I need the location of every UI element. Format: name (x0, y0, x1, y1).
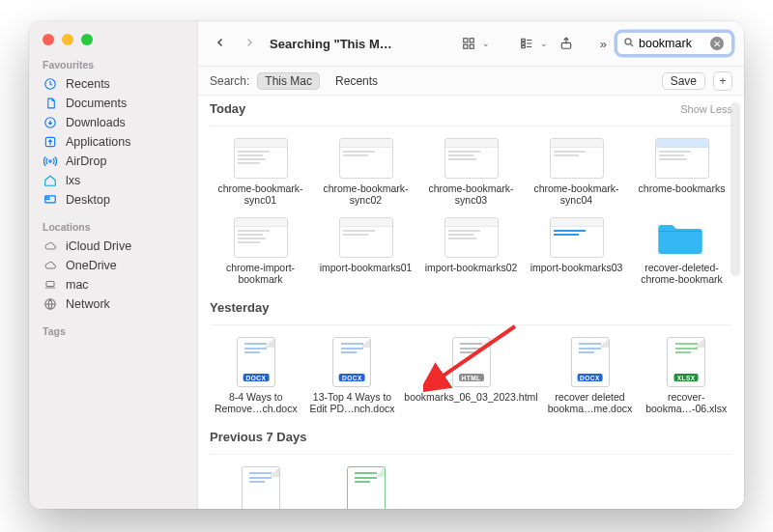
share-button[interactable] (556, 36, 577, 51)
group-by-button[interactable]: ⌄ (515, 37, 548, 50)
sidebar-item-mac[interactable]: mac (29, 275, 197, 294)
sidebar-item-applications[interactable]: Applications (29, 132, 197, 152)
group-icon (515, 37, 538, 50)
grid-yesterday: DOCX8-4 Ways to Remove…ch.docx DOCX13-To… (210, 333, 732, 418)
svg-rect-9 (470, 39, 473, 42)
sidebar-item-airdrop[interactable]: AirDrop (29, 152, 197, 171)
close-button[interactable] (43, 34, 54, 45)
results-area: Today Show Less chrome-bookmark-sync01 c… (198, 96, 744, 509)
svg-rect-12 (522, 39, 526, 41)
home-icon (43, 174, 58, 187)
file-item[interactable]: DOCX8-4 Ways to Remove…ch.docx (210, 333, 302, 418)
window-title: Searching "This M… (270, 37, 392, 51)
doc-icon (43, 97, 58, 110)
file-item[interactable]: DOCXrecover deleted bookma…me.docx (544, 333, 637, 418)
sidebar-item-recents[interactable]: Recents (29, 74, 197, 94)
svg-rect-13 (522, 42, 526, 44)
sidebar-item-label: AirDrop (66, 154, 106, 168)
file-item[interactable]: DOCX13-Top 4 Ways to Edit PD…nch.docx (306, 333, 399, 418)
sidebar-item-label: Downloads (66, 116, 126, 129)
file-item[interactable]: import-bookmarks03 (526, 213, 627, 289)
search-field[interactable]: ✕ (616, 32, 732, 55)
sidebar-item-label: Network (66, 297, 110, 311)
section-today: Today Show Less (210, 101, 732, 126)
sidebar-item-label: mac (66, 278, 89, 292)
file-item[interactable]: chrome-bookmark-sync04 (526, 134, 627, 210)
show-less-button[interactable]: Show Less (680, 103, 732, 115)
svg-rect-11 (470, 44, 473, 48)
file-item[interactable]: import-bookmarks02 (420, 213, 522, 289)
file-item[interactable]: recover-deleted-chrome-bookmark (631, 213, 732, 289)
sidebar-item-label: lxs (66, 174, 80, 187)
scope-bar: Search: This Mac Recents Save + (198, 67, 744, 96)
section-title: Yesterday (210, 300, 269, 315)
airdrop-icon (43, 154, 58, 168)
sidebar-item-label: Applications (66, 135, 130, 149)
section-previous-7-days: Previous 7 Days (210, 430, 732, 455)
cloud-icon (43, 240, 58, 252)
sidebar-item-label: Recents (66, 77, 110, 91)
minimize-button[interactable] (62, 34, 73, 45)
forward-button[interactable] (239, 36, 260, 52)
grid-icon (457, 37, 480, 50)
sidebar-item-network[interactable]: Network (29, 294, 197, 314)
section-title: Previous 7 Days (210, 430, 306, 444)
sidebar-item-icloud[interactable]: iCloud Drive (29, 237, 197, 256)
svg-rect-5 (46, 197, 49, 199)
chevron-down-icon: ⌄ (482, 39, 490, 48)
sidebar-item-onedrive[interactable]: OneDrive (29, 256, 197, 275)
svg-point-3 (49, 160, 51, 162)
save-search-button[interactable]: Save (662, 72, 705, 90)
scrollbar[interactable] (730, 102, 740, 276)
file-item[interactable]: chrome-import-bookmark (210, 213, 311, 289)
file-item[interactable] (315, 462, 416, 509)
search-icon (623, 37, 635, 51)
globe-icon (43, 297, 58, 311)
app-icon (43, 135, 58, 149)
file-item[interactable]: chrome-bookmark-sync02 (315, 134, 416, 210)
scope-this-mac[interactable]: This Mac (257, 72, 320, 90)
view-mode-button[interactable]: ⌄ (457, 37, 490, 50)
file-item[interactable]: chrome-bookmark-sync01 (210, 134, 311, 210)
sidebar: Favourites Recents Documents Downloads A… (29, 21, 198, 509)
file-item[interactable]: import-bookmarks01 (315, 213, 416, 289)
sidebar-item-label: OneDrive (66, 259, 117, 272)
file-item[interactable]: XLSXrecover-bookma…-06.xlsx (640, 333, 732, 418)
toolbar: Searching "This M… ⌄ ⌄ » (198, 21, 744, 67)
sidebar-item-home[interactable]: lxs (29, 171, 197, 190)
scope-label: Search: (210, 74, 249, 88)
download-icon (43, 116, 58, 129)
clock-icon (43, 77, 58, 91)
sidebar-item-desktop[interactable]: Desktop (29, 190, 197, 210)
file-item[interactable] (210, 462, 311, 509)
sidebar-item-downloads[interactable]: Downloads (29, 113, 197, 132)
laptop-icon (43, 279, 58, 291)
svg-rect-14 (522, 45, 526, 47)
sidebar-group-favourites: Favourites (29, 47, 197, 74)
folder-icon (655, 217, 709, 258)
file-item[interactable]: HTMLbookmarks_06_03_2023.html (402, 333, 539, 418)
scope-recents[interactable]: Recents (328, 72, 386, 90)
clear-search-button[interactable]: ✕ (710, 37, 724, 50)
search-input[interactable] (639, 37, 706, 50)
file-item[interactable]: chrome-bookmarks (631, 134, 732, 210)
desktop-icon (43, 193, 58, 207)
sidebar-group-locations: Locations (29, 210, 197, 237)
window-controls (29, 21, 197, 47)
chevron-down-icon: ⌄ (540, 39, 548, 48)
finder-window: Favourites Recents Documents Downloads A… (29, 21, 744, 509)
grid-today: chrome-bookmark-sync01 chrome-bookmark-s… (210, 134, 732, 289)
section-title: Today (210, 101, 245, 116)
sidebar-item-label: iCloud Drive (66, 239, 131, 253)
section-yesterday: Yesterday (210, 300, 732, 325)
sidebar-item-label: Documents (66, 97, 127, 110)
file-item[interactable]: chrome-bookmark-sync03 (420, 134, 522, 210)
sidebar-item-label: Desktop (66, 193, 110, 207)
zoom-button[interactable] (81, 34, 93, 45)
sidebar-item-documents[interactable]: Documents (29, 94, 197, 113)
add-rule-button[interactable]: + (713, 71, 732, 91)
grid-previous (210, 462, 732, 509)
back-button[interactable] (210, 36, 231, 52)
more-toolbar-button[interactable]: » (598, 37, 609, 51)
sidebar-group-tags: Tags (29, 314, 197, 341)
